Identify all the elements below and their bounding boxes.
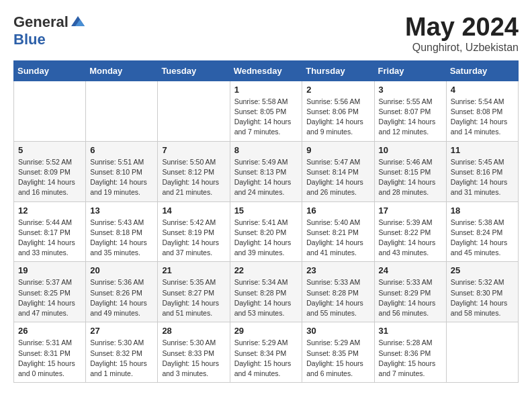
day-info: Sunrise: 5:55 AM Sunset: 8:07 PM Dayligh…	[379, 97, 442, 138]
day-number: 6	[90, 145, 153, 155]
day-number: 2	[306, 85, 369, 95]
day-number: 4	[451, 85, 514, 95]
day-info: Sunrise: 5:39 AM Sunset: 8:22 PM Dayligh…	[379, 218, 442, 259]
calendar-day-cell: 1Sunrise: 5:58 AM Sunset: 8:05 PM Daylig…	[230, 81, 302, 141]
day-number: 16	[306, 205, 369, 216]
calendar-table: SundayMondayTuesdayWednesdayThursdayFrid…	[13, 60, 519, 383]
calendar-week-row: 26Sunrise: 5:31 AM Sunset: 8:31 PM Dayli…	[14, 322, 519, 383]
day-number: 18	[451, 205, 514, 216]
logo-icon	[70, 14, 86, 30]
calendar-empty-cell	[446, 322, 518, 383]
calendar-week-row: 1Sunrise: 5:58 AM Sunset: 8:05 PM Daylig…	[14, 81, 519, 141]
calendar-empty-cell	[86, 81, 158, 141]
calendar-day-cell: 20Sunrise: 5:36 AM Sunset: 8:26 PM Dayli…	[86, 262, 158, 322]
calendar-week-row: 19Sunrise: 5:37 AM Sunset: 8:25 PM Dayli…	[14, 262, 519, 322]
calendar-day-cell: 29Sunrise: 5:29 AM Sunset: 8:34 PM Dayli…	[230, 322, 302, 383]
day-number: 29	[234, 326, 298, 336]
day-number: 25	[451, 265, 514, 275]
day-number: 22	[234, 265, 298, 275]
day-info: Sunrise: 5:44 AM Sunset: 8:17 PM Dayligh…	[18, 218, 81, 259]
day-info: Sunrise: 5:35 AM Sunset: 8:27 PM Dayligh…	[162, 277, 225, 318]
day-number: 20	[90, 265, 153, 275]
calendar-day-cell: 13Sunrise: 5:43 AM Sunset: 8:18 PM Dayli…	[86, 201, 158, 262]
day-info: Sunrise: 5:29 AM Sunset: 8:35 PM Dayligh…	[306, 338, 369, 379]
day-number: 12	[18, 205, 81, 216]
day-number: 30	[306, 326, 369, 336]
day-number: 8	[234, 145, 298, 155]
day-number: 23	[306, 265, 369, 275]
calendar-day-cell: 10Sunrise: 5:46 AM Sunset: 8:15 PM Dayli…	[374, 141, 446, 201]
calendar-day-cell: 3Sunrise: 5:55 AM Sunset: 8:07 PM Daylig…	[374, 81, 446, 141]
logo-general-text: General	[13, 13, 69, 31]
calendar-day-cell: 17Sunrise: 5:39 AM Sunset: 8:22 PM Dayli…	[374, 201, 446, 262]
day-info: Sunrise: 5:28 AM Sunset: 8:36 PM Dayligh…	[379, 338, 442, 379]
calendar-day-cell: 5Sunrise: 5:52 AM Sunset: 8:09 PM Daylig…	[14, 141, 86, 201]
day-number: 19	[18, 265, 81, 275]
calendar-day-cell: 31Sunrise: 5:28 AM Sunset: 8:36 PM Dayli…	[374, 322, 446, 383]
day-info: Sunrise: 5:33 AM Sunset: 8:28 PM Dayligh…	[306, 277, 369, 318]
day-number: 21	[162, 265, 225, 275]
calendar-header-monday: Monday	[86, 60, 158, 81]
calendar-day-cell: 9Sunrise: 5:47 AM Sunset: 8:14 PM Daylig…	[302, 141, 374, 201]
day-number: 5	[18, 145, 81, 155]
calendar-day-cell: 19Sunrise: 5:37 AM Sunset: 8:25 PM Dayli…	[14, 262, 86, 322]
calendar-day-cell: 25Sunrise: 5:32 AM Sunset: 8:30 PM Dayli…	[446, 262, 518, 322]
page-header: General Blue May 2024 Qunghirot, Uzbekis…	[13, 13, 519, 54]
day-info: Sunrise: 5:29 AM Sunset: 8:34 PM Dayligh…	[234, 338, 298, 379]
logo-blue-text: Blue	[13, 31, 46, 48]
calendar-day-cell: 12Sunrise: 5:44 AM Sunset: 8:17 PM Dayli…	[14, 201, 86, 262]
day-number: 31	[379, 326, 442, 336]
month-year-title: May 2024	[405, 13, 519, 42]
day-info: Sunrise: 5:31 AM Sunset: 8:31 PM Dayligh…	[18, 338, 81, 379]
day-info: Sunrise: 5:49 AM Sunset: 8:13 PM Dayligh…	[234, 157, 298, 198]
day-number: 24	[379, 265, 442, 275]
day-info: Sunrise: 5:47 AM Sunset: 8:14 PM Dayligh…	[306, 157, 369, 198]
day-number: 14	[162, 205, 225, 216]
calendar-header-thursday: Thursday	[302, 60, 374, 81]
calendar-header-friday: Friday	[374, 60, 446, 81]
calendar-day-cell: 22Sunrise: 5:34 AM Sunset: 8:28 PM Dayli…	[230, 262, 302, 322]
day-info: Sunrise: 5:37 AM Sunset: 8:25 PM Dayligh…	[18, 277, 81, 318]
calendar-empty-cell	[158, 81, 230, 141]
day-info: Sunrise: 5:33 AM Sunset: 8:29 PM Dayligh…	[379, 277, 442, 318]
day-number: 13	[90, 205, 153, 216]
day-info: Sunrise: 5:36 AM Sunset: 8:26 PM Dayligh…	[90, 277, 153, 318]
day-info: Sunrise: 5:50 AM Sunset: 8:12 PM Dayligh…	[162, 157, 225, 198]
day-info: Sunrise: 5:51 AM Sunset: 8:10 PM Dayligh…	[90, 157, 153, 198]
day-info: Sunrise: 5:58 AM Sunset: 8:05 PM Dayligh…	[234, 97, 298, 138]
calendar-day-cell: 18Sunrise: 5:38 AM Sunset: 8:24 PM Dayli…	[446, 201, 518, 262]
day-info: Sunrise: 5:32 AM Sunset: 8:30 PM Dayligh…	[451, 277, 514, 318]
day-number: 11	[451, 145, 514, 155]
day-number: 1	[234, 85, 298, 95]
calendar-day-cell: 26Sunrise: 5:31 AM Sunset: 8:31 PM Dayli…	[14, 322, 86, 383]
day-info: Sunrise: 5:40 AM Sunset: 8:21 PM Dayligh…	[306, 218, 369, 259]
day-info: Sunrise: 5:54 AM Sunset: 8:08 PM Dayligh…	[451, 97, 514, 138]
day-info: Sunrise: 5:46 AM Sunset: 8:15 PM Dayligh…	[379, 157, 442, 198]
calendar-day-cell: 27Sunrise: 5:30 AM Sunset: 8:32 PM Dayli…	[86, 322, 158, 383]
day-info: Sunrise: 5:41 AM Sunset: 8:20 PM Dayligh…	[234, 218, 298, 259]
location-subtitle: Qunghirot, Uzbekistan	[405, 42, 519, 54]
day-info: Sunrise: 5:42 AM Sunset: 8:19 PM Dayligh…	[162, 218, 225, 259]
day-info: Sunrise: 5:43 AM Sunset: 8:18 PM Dayligh…	[90, 218, 153, 259]
day-number: 3	[379, 85, 442, 95]
day-info: Sunrise: 5:34 AM Sunset: 8:28 PM Dayligh…	[234, 277, 298, 318]
calendar-day-cell: 16Sunrise: 5:40 AM Sunset: 8:21 PM Dayli…	[302, 201, 374, 262]
logo: General Blue	[13, 13, 86, 48]
calendar-day-cell: 21Sunrise: 5:35 AM Sunset: 8:27 PM Dayli…	[158, 262, 230, 322]
calendar-day-cell: 24Sunrise: 5:33 AM Sunset: 8:29 PM Dayli…	[374, 262, 446, 322]
day-number: 26	[18, 326, 81, 336]
calendar-week-row: 5Sunrise: 5:52 AM Sunset: 8:09 PM Daylig…	[14, 141, 519, 201]
calendar-day-cell: 7Sunrise: 5:50 AM Sunset: 8:12 PM Daylig…	[158, 141, 230, 201]
title-block: May 2024 Qunghirot, Uzbekistan	[405, 13, 519, 54]
day-info: Sunrise: 5:45 AM Sunset: 8:16 PM Dayligh…	[451, 157, 514, 198]
day-info: Sunrise: 5:30 AM Sunset: 8:33 PM Dayligh…	[162, 338, 225, 379]
day-number: 28	[162, 326, 225, 336]
calendar-day-cell: 15Sunrise: 5:41 AM Sunset: 8:20 PM Dayli…	[230, 201, 302, 262]
calendar-header-sunday: Sunday	[14, 60, 86, 81]
calendar-empty-cell	[14, 81, 86, 141]
calendar-day-cell: 14Sunrise: 5:42 AM Sunset: 8:19 PM Dayli…	[158, 201, 230, 262]
day-number: 27	[90, 326, 153, 336]
calendar-day-cell: 23Sunrise: 5:33 AM Sunset: 8:28 PM Dayli…	[302, 262, 374, 322]
calendar-day-cell: 4Sunrise: 5:54 AM Sunset: 8:08 PM Daylig…	[446, 81, 518, 141]
day-number: 17	[379, 205, 442, 216]
